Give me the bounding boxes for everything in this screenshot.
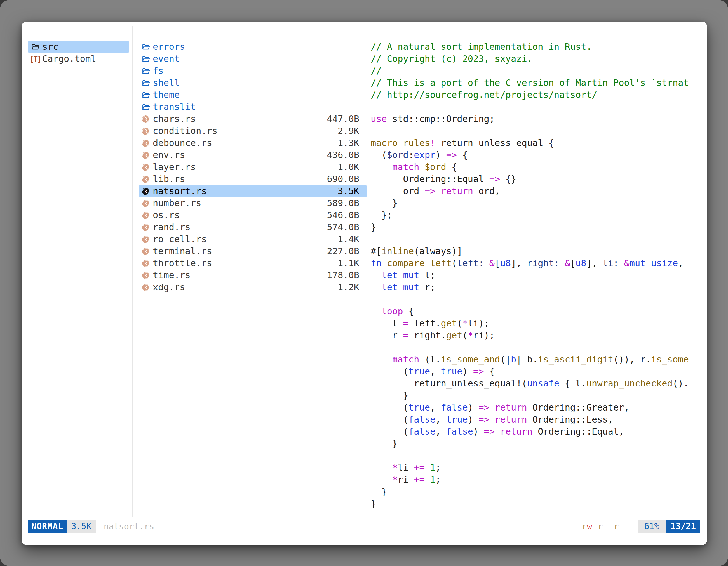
toml-icon: [T]	[31, 55, 40, 64]
svg-text:R: R	[144, 189, 147, 194]
file-entry-lib.rs[interactable]: Rlib.rs690.0B	[139, 173, 367, 185]
svg-text:R: R	[144, 165, 147, 170]
code-line: }	[371, 486, 707, 498]
pane-divider	[365, 26, 365, 517]
rust-file-icon: R	[141, 175, 150, 184]
svg-text:R: R	[144, 153, 147, 158]
rust-file-icon: R	[141, 139, 150, 148]
folder-open-icon	[31, 43, 40, 51]
code-line: }	[371, 438, 707, 450]
rust-file-icon: R	[141, 235, 150, 244]
rust-file-icon: R	[141, 199, 150, 208]
code-line: r = right.get(*ri);	[371, 329, 707, 341]
code-line: }	[371, 197, 707, 209]
entry-name: terminal.rs	[153, 245, 212, 257]
file-entry-terminal.rs[interactable]: Rterminal.rs227.0B	[139, 245, 367, 257]
scroll-percent-badge: 61%	[638, 520, 666, 533]
code-line	[371, 450, 707, 462]
file-entry-os.rs[interactable]: Ros.rs546.0B	[139, 209, 367, 221]
entry-name: fs	[153, 65, 164, 77]
rust-file-icon: R	[141, 247, 150, 256]
code-line: }	[371, 389, 707, 401]
file-entry-time.rs[interactable]: Rtime.rs178.0B	[139, 269, 367, 281]
mode-badge: NORMAL	[28, 520, 67, 533]
status-filename: natsort.rs	[104, 522, 154, 531]
current-directory-pane: errorseventfsshellthemetranslitRchars.rs…	[139, 41, 367, 293]
file-entry-debounce.rs[interactable]: Rdebounce.rs1.3K	[139, 137, 367, 149]
entry-size: 1.2K	[338, 281, 367, 293]
parent-entry-Cargo.toml[interactable]: [T]Cargo.toml	[28, 53, 129, 65]
entry-size: 3.5K	[338, 185, 367, 197]
code-line: }	[371, 498, 707, 510]
file-entry-number.rs[interactable]: Rnumber.rs589.0B	[139, 197, 367, 209]
code-line: Ordering::Equal => {}	[371, 173, 707, 185]
folder-entry-fs[interactable]: fs	[139, 65, 367, 77]
folder-entry-shell[interactable]: shell	[139, 77, 367, 89]
parent-entry-src[interactable]: src	[28, 41, 129, 53]
svg-text:R: R	[144, 117, 147, 122]
entry-name: layer.rs	[153, 161, 196, 173]
code-line: use std::cmp::Ordering;	[371, 113, 707, 125]
permission-char: r	[598, 522, 603, 531]
entry-size: 1.4K	[338, 233, 367, 245]
rust-file-icon: R	[141, 115, 150, 124]
cursor-position-badge: 13/21	[666, 520, 700, 533]
file-entry-xdg.rs[interactable]: Rxdg.rs1.2K	[139, 281, 367, 293]
svg-text:R: R	[144, 261, 147, 266]
code-line: // A natural sort implementation in Rust…	[371, 41, 707, 53]
rust-file-icon: R	[141, 127, 150, 136]
folder-entry-errors[interactable]: errors	[139, 41, 367, 53]
entry-name: shell	[153, 77, 180, 89]
file-manager-window: src[T]Cargo.toml errorseventfsshelltheme…	[22, 22, 707, 545]
code-line: fn compare_left(left: &[u8], right: &[u8…	[371, 257, 707, 269]
file-entry-layer.rs[interactable]: Rlayer.rs1.0K	[139, 161, 367, 173]
code-line: match (l.is_some_and(|b| b.is_ascii_digi…	[371, 353, 707, 365]
code-line: ord => return ord,	[371, 185, 707, 197]
code-line: };	[371, 209, 707, 221]
svg-text:R: R	[144, 177, 147, 182]
entry-name: debounce.rs	[153, 137, 212, 149]
code-line: (true, false) => return Ordering::Greate…	[371, 401, 707, 414]
svg-text:R: R	[144, 213, 147, 218]
svg-text:R: R	[144, 237, 147, 242]
entry-size: 227.0B	[327, 245, 367, 257]
entry-size: 589.0B	[327, 197, 367, 209]
file-entry-throttle.rs[interactable]: Rthrottle.rs1.1K	[139, 257, 367, 269]
file-entry-env.rs[interactable]: Renv.rs436.0B	[139, 149, 367, 161]
file-entry-chars.rs[interactable]: Rchars.rs447.0B	[139, 113, 367, 125]
code-line: macro_rules! return_unless_equal {	[371, 137, 707, 149]
rust-file-icon: R	[141, 223, 150, 232]
permission-char: -	[624, 522, 630, 531]
entry-name: env.rs	[153, 149, 185, 161]
parent-directory-pane: src[T]Cargo.toml	[28, 41, 129, 65]
permission-char: -	[619, 522, 624, 531]
entry-name: ro_cell.rs	[153, 233, 207, 245]
status-bar: NORMAL3.5K natsort.rs -rw-r--r-- 61%13/2…	[28, 520, 700, 533]
file-entry-ro_cell.rs[interactable]: Rro_cell.rs1.4K	[139, 233, 367, 245]
code-line: #[inline(always)]	[371, 245, 707, 257]
entry-size: 447.0B	[327, 113, 367, 125]
entry-name: translit	[153, 101, 196, 113]
rust-file-icon: R	[141, 187, 150, 196]
folder-entry-event[interactable]: event	[139, 53, 367, 65]
file-entry-condition.rs[interactable]: Rcondition.rs2.9K	[139, 125, 367, 137]
file-entry-rand.rs[interactable]: Rrand.rs574.0B	[139, 221, 367, 233]
svg-text:R: R	[144, 129, 147, 134]
desktop-background: src[T]Cargo.toml errorseventfsshelltheme…	[0, 0, 728, 566]
code-line: return_unless_equal!(unsafe { l.unwrap_u…	[371, 377, 707, 389]
code-line: l = left.get(*li);	[371, 317, 707, 329]
entry-name: time.rs	[153, 269, 191, 281]
code-line: loop {	[371, 305, 707, 317]
code-line: (false, true) => return Ordering::Less,	[371, 414, 707, 426]
permission-char: r	[614, 522, 619, 531]
code-line: (false, false) => return Ordering::Equal…	[371, 426, 707, 438]
folder-open-icon	[141, 67, 150, 76]
folder-entry-translit[interactable]: translit	[139, 101, 367, 113]
folder-open-icon	[141, 103, 150, 112]
file-size-badge: 3.5K	[67, 520, 96, 533]
code-line: match $ord {	[371, 161, 707, 173]
folder-entry-theme[interactable]: theme	[139, 89, 367, 101]
code-line: //	[371, 65, 707, 77]
permission-char: -	[592, 522, 598, 531]
file-entry-natsort.rs[interactable]: Rnatsort.rs3.5K	[139, 185, 367, 197]
